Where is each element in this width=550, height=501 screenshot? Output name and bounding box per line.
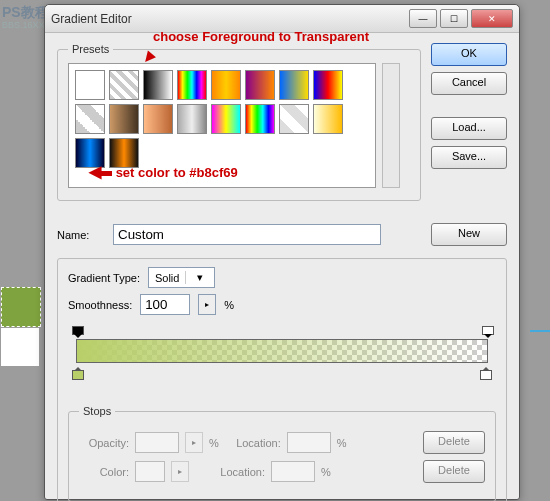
opacity-stop-left[interactable]	[72, 326, 82, 338]
new-button[interactable]: New	[431, 223, 507, 246]
stops-fieldset: Stops Opacity: ▸ % Location: % Delete Co…	[68, 405, 496, 501]
watermark-url: BBS.16XX8	[2, 20, 50, 30]
background-swatch[interactable]	[1, 328, 39, 366]
presets-scrollbar[interactable]	[382, 63, 400, 188]
preset-swatch[interactable]	[143, 104, 173, 134]
gradient-editor-window: Gradient Editor — ☐ ✕ choose Foreground …	[44, 4, 520, 500]
preset-swatch[interactable]	[177, 70, 207, 100]
load-button[interactable]: Load...	[431, 117, 507, 140]
smoothness-spinner[interactable]: ▸	[198, 294, 216, 315]
gradient-settings-fieldset: Gradient Type: Solid▾ Smoothness: ▸ %	[57, 258, 507, 501]
preset-swatch[interactable]	[109, 70, 139, 100]
preset-swatch[interactable]	[109, 104, 139, 134]
presets-legend: Presets	[68, 43, 113, 55]
location-label-2: Location:	[195, 466, 265, 478]
save-button[interactable]: Save...	[431, 146, 507, 169]
color-label: Color:	[79, 466, 129, 478]
preset-swatch[interactable]	[245, 70, 275, 100]
smoothness-label: Smoothness:	[68, 299, 132, 311]
opacity-stop-row: Opacity: ▸ % Location: % Delete	[79, 431, 485, 454]
smoothness-input[interactable]	[140, 294, 190, 315]
preset-swatch[interactable]	[75, 104, 105, 134]
percent-sign: %	[224, 299, 234, 311]
close-button[interactable]: ✕	[471, 9, 513, 28]
gradient-bar-area[interactable]	[70, 327, 494, 377]
preset-swatch[interactable]	[75, 138, 105, 168]
ok-button[interactable]: OK	[431, 43, 507, 66]
percent-1: %	[209, 437, 219, 449]
delete-color-stop-button: Delete	[423, 460, 485, 483]
chevron-down-icon: ▾	[185, 271, 214, 284]
preset-swatch[interactable]	[177, 104, 207, 134]
opacity-stop-right[interactable]	[482, 326, 492, 338]
dialog-buttons: OK Cancel Load... Save...	[431, 43, 507, 211]
opacity-location-field	[287, 432, 331, 453]
preset-swatch[interactable]	[211, 104, 241, 134]
delete-opacity-stop-button: Delete	[423, 431, 485, 454]
color-stop-right[interactable]	[480, 366, 492, 380]
preset-swatch[interactable]	[211, 70, 241, 100]
preset-swatch[interactable]	[279, 70, 309, 100]
opacity-label: Opacity:	[79, 437, 129, 449]
foreground-swatch[interactable]	[1, 287, 41, 327]
guide-line	[530, 330, 550, 332]
preset-swatch[interactable]	[313, 104, 343, 134]
preset-swatch[interactable]	[245, 104, 275, 134]
preset-swatch[interactable]	[109, 138, 139, 168]
presets-fieldset: Presets	[57, 43, 421, 201]
percent-3: %	[321, 466, 331, 478]
gradient-type-dropdown[interactable]: Solid▾	[148, 267, 215, 288]
titlebar[interactable]: Gradient Editor — ☐ ✕	[45, 5, 519, 33]
preset-swatch[interactable]	[143, 70, 173, 100]
location-label-1: Location:	[225, 437, 281, 449]
name-row: Name: New	[57, 223, 507, 246]
window-title: Gradient Editor	[51, 12, 406, 26]
color-stop-row: Color: ▸ Location: % Delete	[79, 460, 485, 483]
gradient-type-label: Gradient Type:	[68, 272, 140, 284]
color-spinner: ▸	[171, 461, 189, 482]
color-swatch-field	[135, 461, 165, 482]
percent-2: %	[337, 437, 347, 449]
name-input[interactable]	[113, 224, 381, 245]
presets-grid[interactable]	[68, 63, 376, 188]
opacity-field	[135, 432, 179, 453]
gradient-preview-bar[interactable]	[76, 339, 488, 363]
preset-swatch[interactable]	[313, 70, 343, 100]
preset-swatch[interactable]	[279, 104, 309, 134]
minimize-button[interactable]: —	[409, 9, 437, 28]
color-stop-left[interactable]	[72, 366, 84, 380]
name-label: Name:	[57, 229, 105, 241]
cancel-button[interactable]: Cancel	[431, 72, 507, 95]
opacity-spinner: ▸	[185, 432, 203, 453]
color-location-field	[271, 461, 315, 482]
maximize-button[interactable]: ☐	[440, 9, 468, 28]
gradient-fill	[77, 340, 487, 362]
stops-legend: Stops	[79, 405, 115, 417]
preset-swatch[interactable]	[75, 70, 105, 100]
